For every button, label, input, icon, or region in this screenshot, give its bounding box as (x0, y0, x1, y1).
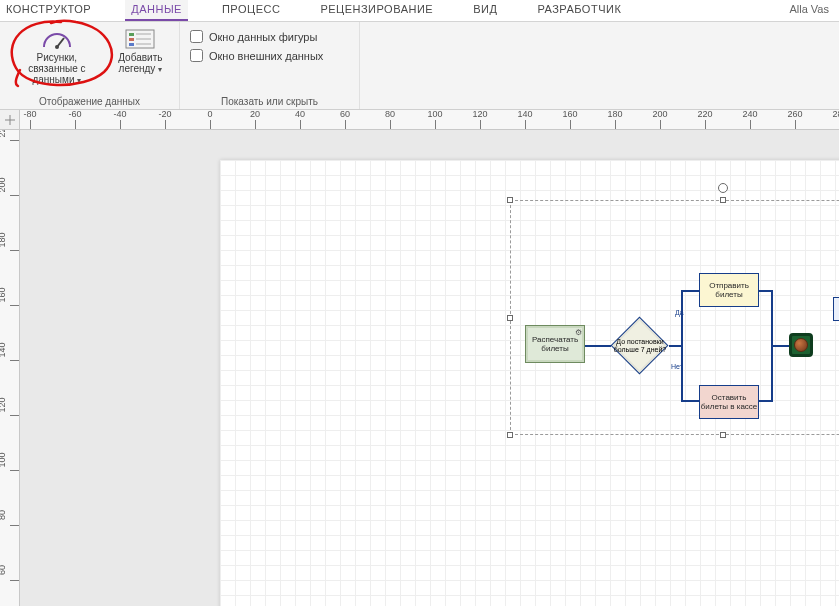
group-title-showhide: Показать или скрыть (221, 96, 318, 107)
selection-container[interactable]: Легенда Состояние Активно Завершено Неак… (510, 200, 839, 435)
shape-decision[interactable]: До постановки больше 7 дней? (611, 317, 669, 375)
canvas[interactable]: Легенда Состояние Активно Завершено Неак… (20, 130, 839, 606)
shape-process-label: Распечатать билеты (526, 335, 584, 353)
connector (771, 290, 773, 345)
chevron-down-icon: ▾ (158, 65, 162, 74)
ruler-mark: 140 (0, 340, 7, 360)
group-title-display: Отображение данных (39, 96, 140, 107)
ruler-mark: 280 (832, 110, 839, 119)
ruler-mark: -60 (68, 110, 81, 119)
ruler-mark: -40 (113, 110, 126, 119)
shape-done-label: Билеты обработаны (834, 300, 839, 318)
connector (681, 290, 699, 292)
shape-decision-label: До постановки больше 7 дней? (611, 338, 669, 354)
shape-terminator[interactable] (789, 333, 813, 357)
connector (681, 345, 683, 402)
btn-add-legend-label: Добавить легенду (118, 52, 162, 74)
terminator-icon (794, 338, 808, 352)
ruler-mark: 220 (697, 110, 712, 119)
connector (681, 400, 699, 402)
connector (771, 345, 789, 347)
horizontal-ruler[interactable]: -80-60-40-200204060801001201401601802002… (20, 110, 839, 130)
ruler-mark: 120 (0, 395, 7, 415)
edge-label-yes: Да (675, 309, 684, 316)
ruler-mark: 200 (652, 110, 667, 119)
shape-send-tickets[interactable]: Отправить билеты (699, 273, 759, 307)
ruler-mark: 240 (742, 110, 757, 119)
chk-external-data-label: Окно внешних данных (209, 50, 323, 62)
resize-handle-nw[interactable] (507, 197, 513, 203)
vertical-ruler[interactable]: 2202001801601401201008060 (0, 130, 20, 606)
shape-send-label: Отправить билеты (700, 281, 758, 299)
user-name: Alla Vas (789, 0, 839, 15)
ruler-mark: 80 (0, 505, 7, 525)
ruler-mark: 160 (0, 285, 7, 305)
legend-icon (124, 28, 156, 50)
tab-process[interactable]: ПРОЦЕСС (216, 0, 286, 19)
ruler-mark: 40 (295, 110, 305, 119)
tab-konstruktor[interactable]: КОНСТРУКТОР (0, 0, 97, 19)
ruler-mark: 220 (0, 130, 7, 140)
ruler-corner (0, 110, 20, 130)
connector (681, 290, 683, 347)
resize-handle-sw[interactable] (507, 432, 513, 438)
shape-process-print[interactable]: ⚙ Распечатать билеты (525, 325, 585, 363)
tab-review[interactable]: РЕЦЕНЗИРОВАНИЕ (314, 0, 439, 19)
ruler-mark: 260 (787, 110, 802, 119)
ruler-mark: 160 (562, 110, 577, 119)
shape-leave-tickets[interactable]: Оставить билеты в кассе (699, 385, 759, 419)
btn-add-legend[interactable]: Добавить легенду ▾ (112, 26, 169, 88)
ruler-mark: 0 (207, 110, 212, 119)
ruler-mark: 60 (0, 560, 7, 580)
connector (585, 345, 611, 347)
ruler-mark: 140 (517, 110, 532, 119)
ruler-mark: 80 (385, 110, 395, 119)
ribbon-tabs: КОНСТРУКТОР ДАННЫЕ ПРОЦЕСС РЕЦЕНЗИРОВАНИ… (0, 0, 839, 22)
ruler-mark: -20 (158, 110, 171, 119)
tab-dannye[interactable]: ДАННЫЕ (125, 0, 188, 21)
ruler-mark: -80 (23, 110, 36, 119)
ruler-mark: 200 (0, 175, 7, 195)
svg-point-1 (55, 45, 59, 49)
tab-view[interactable]: ВИД (467, 0, 503, 19)
chevron-down-icon: ▾ (77, 76, 81, 85)
shape-leave-label: Оставить билеты в кассе (700, 393, 758, 411)
gear-icon: ⚙ (575, 328, 582, 337)
ruler-mark: 180 (0, 230, 7, 250)
shape-tickets-done[interactable]: Билеты обработаны (833, 297, 839, 321)
ruler-mark: 180 (607, 110, 622, 119)
chk-shape-data-window[interactable]: Окно данных фигуры (190, 30, 323, 43)
ruler-mark: 120 (472, 110, 487, 119)
gauge-icon (41, 28, 73, 50)
ruler-mark: 60 (340, 110, 350, 119)
ruler-mark: 100 (427, 110, 442, 119)
svg-rect-4 (129, 38, 134, 41)
ribbon: Рисунки, связанные с данными ▾ Добавить … (0, 22, 839, 110)
resize-handle-w[interactable] (507, 315, 513, 321)
rotation-handle[interactable] (718, 183, 728, 193)
connector (771, 345, 773, 402)
chk-shape-data-window-box[interactable] (190, 30, 203, 43)
resize-handle-s[interactable] (720, 432, 726, 438)
svg-rect-5 (129, 43, 134, 46)
ruler-mark: 20 (250, 110, 260, 119)
svg-rect-3 (129, 33, 134, 36)
chk-shape-data-label: Окно данных фигуры (209, 31, 317, 43)
btn-data-graphics[interactable]: Рисунки, связанные с данными ▾ (10, 26, 104, 88)
drawing-page[interactable]: Легенда Состояние Активно Завершено Неак… (220, 160, 839, 606)
resize-handle-n[interactable] (720, 197, 726, 203)
ruler-mark: 100 (0, 450, 7, 470)
edge-label-no: Нет (671, 363, 683, 370)
chk-external-data-window-box[interactable] (190, 49, 203, 62)
tab-developer[interactable]: РАЗРАБОТЧИК (531, 0, 627, 19)
chk-external-data-window[interactable]: Окно внешних данных (190, 49, 323, 62)
